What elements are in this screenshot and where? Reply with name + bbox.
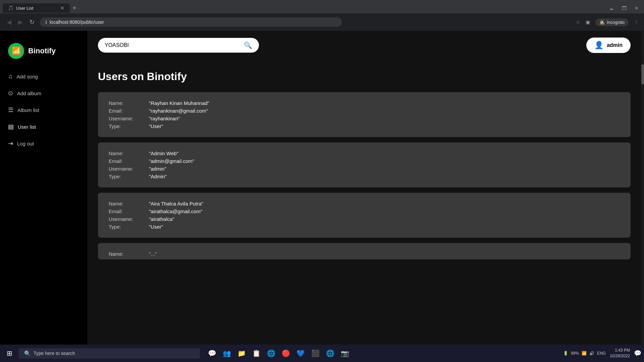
browser-chrome: 🎵 User List ✕ + 🗕 🗖 ✕ ◀ ▶ ↻ ℹ localhost:…: [0, 0, 644, 31]
incognito-icon: 🕵: [599, 20, 605, 25]
name-value: "Admin Web": [149, 150, 620, 156]
taskbar-app-teams[interactable]: 👥: [220, 347, 233, 360]
taskbar-app-vscode[interactable]: 🔴: [279, 347, 292, 360]
search-input[interactable]: [105, 42, 240, 48]
page-title: Users on Binotify: [98, 70, 631, 83]
lang-label: ENG: [597, 351, 606, 356]
window-controls: 🗕 🗖 ✕: [606, 5, 641, 11]
tab-close-button[interactable]: ✕: [60, 5, 64, 11]
taskbar-date-display: 10/28/2022: [610, 353, 630, 359]
username-label: Username:: [109, 116, 149, 121]
taskbar-app-camera[interactable]: 📷: [338, 347, 352, 360]
name-value: "...": [149, 251, 620, 257]
sidebar-item-label: Log out: [17, 141, 34, 146]
search-icon[interactable]: 🔍: [244, 41, 252, 49]
star-icon[interactable]: ☆: [576, 19, 580, 25]
user-card: Name: "Rayhan Kinan Muhannad" Email: "ra…: [98, 92, 631, 137]
search-bar[interactable]: 🔍: [98, 38, 259, 53]
forward-button[interactable]: ▶: [17, 17, 24, 27]
user-card: Name: "Aira Thalca Avila Putra" Email: "…: [98, 193, 631, 238]
username-label: Username:: [109, 216, 149, 222]
incognito-badge: 🕵 Incognito: [595, 18, 629, 26]
taskbar-time-display: 1:43 PM: [610, 348, 630, 353]
header: 🔍 👤 admin: [87, 31, 641, 60]
taskbar-apps: 💬 👥 📁 📋 🌐 🔴 💙 ⬛ 🌐 📷: [205, 347, 352, 360]
taskbar-app-git[interactable]: 💙: [294, 347, 307, 360]
volume-icon: 🔊: [589, 351, 594, 356]
menu-icon[interactable]: ⋮: [634, 19, 639, 25]
name-label: Name:: [109, 100, 149, 106]
email-label: Email:: [109, 208, 149, 214]
taskbar-app-line[interactable]: 💬: [205, 347, 219, 360]
battery-level: 99%: [571, 351, 579, 356]
sidebar-item-label: User list: [18, 124, 36, 130]
taskbar-app-terminal[interactable]: ⬛: [309, 347, 322, 360]
sidebar-item-add-song[interactable]: ♫ Add song: [0, 70, 87, 83]
lock-icon: ℹ: [45, 19, 47, 25]
sidebar-item-add-album[interactable]: ⊙ Add album: [0, 86, 87, 100]
maximize-button[interactable]: 🗖: [619, 5, 629, 11]
browser-tab[interactable]: 🎵 User List ✕: [3, 3, 70, 13]
incognito-label: Incognito: [607, 20, 625, 25]
url-bar[interactable]: ℹ localhost:8080/public/user: [40, 17, 342, 27]
minimize-button[interactable]: 🗕: [606, 5, 616, 11]
sidebar-item-user-list[interactable]: ▤ User list: [0, 120, 87, 134]
content: Users on Binotify Name: "Rayhan Kinan Mu…: [87, 60, 641, 276]
email-label: Email:: [109, 108, 149, 114]
new-tab-button[interactable]: +: [70, 3, 79, 13]
start-button[interactable]: ⊞: [3, 347, 16, 360]
taskbar-app-chrome[interactable]: 🌐: [264, 347, 278, 360]
list-icon: ☰: [8, 106, 13, 114]
taskbar-app-notes[interactable]: 📋: [250, 347, 263, 360]
email-label: Email:: [109, 158, 149, 164]
username-label: Username:: [109, 166, 149, 172]
scrollbar-thumb[interactable]: [641, 64, 644, 84]
taskbar-clock: 1:43 PM 10/28/2022: [610, 348, 630, 359]
tab-bar: 🎵 User List ✕ + 🗕 🗖 ✕: [0, 0, 644, 13]
username-value: "airathalca": [149, 216, 620, 222]
tab-favicon-icon: 🎵: [8, 5, 13, 11]
back-button[interactable]: ◀: [5, 17, 13, 27]
reload-button[interactable]: ↻: [28, 17, 36, 27]
scrollbar[interactable]: [641, 31, 644, 362]
name-label: Name:: [109, 150, 149, 156]
type-label: Type:: [109, 174, 149, 179]
windows-taskbar: ⊞ 🔍 Type here to search 💬 👥 📁 📋 🌐 🔴 💙 ⬛ …: [0, 345, 644, 362]
user-avatar-icon: 👤: [594, 41, 603, 50]
sidebar-item-label: Album list: [17, 107, 39, 113]
name-label: Name:: [109, 201, 149, 206]
username-value: "rayhankinan": [149, 116, 620, 121]
notification-icon[interactable]: 💬: [634, 350, 641, 357]
taskbar-search-text: Type here to search: [34, 351, 75, 356]
user-button[interactable]: 👤 admin: [586, 38, 631, 53]
browser-actions: ☆ ▣ 🕵 Incognito ⋮: [576, 18, 639, 26]
type-label: Type:: [109, 123, 149, 129]
url-text: localhost:8080/public/user: [50, 19, 104, 25]
close-button[interactable]: ✕: [632, 5, 641, 11]
email-value: "airathalca@gmail.com": [149, 208, 620, 214]
sidebar-item-album-list[interactable]: ☰ Album list: [0, 103, 87, 117]
sidebar-item-label: Add album: [17, 90, 41, 96]
battery-icon: 🔋: [563, 351, 568, 356]
user-card-partial: Name: "...": [98, 243, 631, 259]
sidebar: 📶 Binotify ♫ Add song ⊙ Add album ☰ Albu…: [0, 31, 87, 362]
name-label: Name:: [109, 251, 149, 257]
app-container: 📶 Binotify ♫ Add song ⊙ Add album ☰ Albu…: [0, 31, 644, 362]
type-label: Type:: [109, 224, 149, 230]
sidebar-item-logout[interactable]: ⇥ Log out: [0, 136, 87, 150]
user-card: Name: "Admin Web" Email: "admin@gmail.co…: [98, 142, 631, 187]
type-value: "User": [149, 123, 620, 129]
album-icon: ⊙: [8, 89, 13, 97]
username-value: "admin": [149, 166, 620, 172]
windows-icon: ⊞: [7, 349, 12, 357]
logo-area: 📶 Binotify: [0, 38, 87, 67]
taskbar-search-icon: 🔍: [24, 350, 31, 357]
address-bar: ◀ ▶ ↻ ℹ localhost:8080/public/user ☆ ▣ 🕵…: [0, 13, 644, 31]
name-value: "Aira Thalca Avila Putra": [149, 201, 620, 206]
sidebar-toggle-icon[interactable]: ▣: [586, 19, 590, 25]
taskbar-app-explorer[interactable]: 📁: [235, 347, 248, 360]
taskbar-search[interactable]: 🔍 Type here to search: [19, 348, 200, 359]
taskbar-app-browser2[interactable]: 🌐: [323, 347, 337, 360]
music-note-icon: ♫: [8, 73, 13, 80]
type-value: "Admin": [149, 174, 620, 179]
